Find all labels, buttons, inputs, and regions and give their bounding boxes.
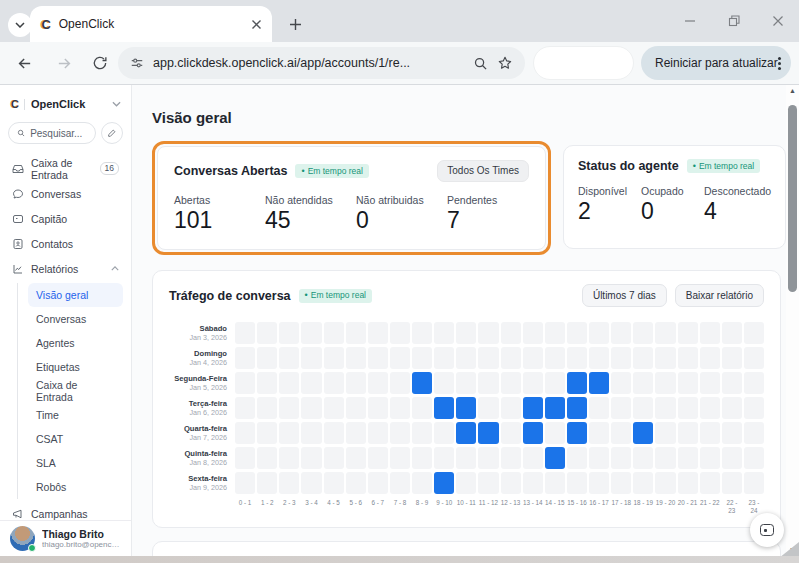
heatmap-cell[interactable]: [611, 347, 631, 369]
heatmap-cell[interactable]: [324, 472, 344, 494]
heatmap-cell[interactable]: [478, 372, 498, 394]
heatmap-cell[interactable]: [678, 397, 698, 419]
heatmap-cell[interactable]: [722, 322, 742, 344]
download-report-button[interactable]: Baixar relatório: [675, 284, 764, 307]
heatmap-cell[interactable]: [700, 447, 720, 469]
heatmap-cell[interactable]: [456, 322, 476, 344]
heatmap-cell[interactable]: [346, 372, 366, 394]
heatmap-cell[interactable]: [567, 347, 587, 369]
heatmap-cell[interactable]: [368, 372, 388, 394]
heatmap-cell[interactable]: [235, 347, 255, 369]
heatmap-cell[interactable]: [589, 397, 609, 419]
heatmap-cell-active[interactable]: [567, 372, 587, 394]
heatmap-cell-active[interactable]: [523, 397, 543, 419]
heatmap-cell[interactable]: [523, 322, 543, 344]
heatmap-cell[interactable]: [678, 472, 698, 494]
heatmap-cell[interactable]: [478, 347, 498, 369]
forward-button[interactable]: [50, 49, 78, 77]
heatmap-cell[interactable]: [722, 397, 742, 419]
heatmap-cell[interactable]: [545, 422, 565, 444]
heatmap-cell[interactable]: [501, 397, 521, 419]
heatmap-cell[interactable]: [722, 347, 742, 369]
heatmap-cell[interactable]: [390, 422, 410, 444]
zoom-magnifier-icon[interactable]: [473, 56, 488, 71]
site-settings-icon[interactable]: [130, 56, 144, 70]
heatmap-cell[interactable]: [545, 472, 565, 494]
heatmap-cell[interactable]: [589, 447, 609, 469]
heatmap-cell[interactable]: [478, 472, 498, 494]
heatmap-cell[interactable]: [655, 372, 675, 394]
heatmap-cell[interactable]: [390, 322, 410, 344]
heatmap-cell[interactable]: [722, 422, 742, 444]
heatmap-cell[interactable]: [346, 447, 366, 469]
browser-menu-button[interactable]: [778, 55, 781, 71]
heatmap-cell[interactable]: [235, 472, 255, 494]
heatmap-cell[interactable]: [523, 347, 543, 369]
reload-button[interactable]: [86, 49, 114, 77]
sidebar-item-conversas[interactable]: Conversas: [8, 181, 123, 206]
user-profile[interactable]: Thiago Brito thiago.brito@openclick...: [0, 520, 131, 556]
bookmark-star-icon[interactable]: [497, 55, 513, 71]
heatmap-cell-active[interactable]: [434, 397, 454, 419]
heatmap-cell[interactable]: [346, 472, 366, 494]
heatmap-cell-active[interactable]: [523, 422, 543, 444]
sidebar-item-capitao[interactable]: Capitão: [8, 206, 123, 231]
heatmap-cell[interactable]: [478, 447, 498, 469]
heatmap-cell[interactable]: [456, 372, 476, 394]
url-text[interactable]: app.clickdesk.openclick.ai/app/accounts/…: [153, 56, 464, 70]
heatmap-cell[interactable]: [390, 397, 410, 419]
heatmap-cell[interactable]: [456, 472, 476, 494]
heatmap-cell[interactable]: [655, 447, 675, 469]
heatmap-cell[interactable]: [235, 422, 255, 444]
heatmap-cell[interactable]: [655, 422, 675, 444]
sidebar-subitem-etiquetas[interactable]: Etiquetas: [28, 355, 123, 379]
tab-close-icon[interactable]: [251, 19, 262, 30]
heatmap-cell-active[interactable]: [456, 422, 476, 444]
heatmap-cell[interactable]: [611, 422, 631, 444]
heatmap-cell[interactable]: [589, 322, 609, 344]
floating-pip-button[interactable]: [750, 513, 784, 547]
heatmap-cell[interactable]: [390, 372, 410, 394]
heatmap-cell[interactable]: [434, 372, 454, 394]
heatmap-cell[interactable]: [744, 472, 764, 494]
heatmap-cell[interactable]: [722, 372, 742, 394]
heatmap-cell[interactable]: [390, 347, 410, 369]
heatmap-cell[interactable]: [678, 422, 698, 444]
heatmap-cell[interactable]: [368, 472, 388, 494]
heatmap-cell[interactable]: [589, 422, 609, 444]
sidebar-subitem-time[interactable]: Time: [28, 403, 123, 427]
heatmap-cell[interactable]: [633, 397, 653, 419]
heatmap-cell[interactable]: [633, 322, 653, 344]
heatmap-cell[interactable]: [324, 422, 344, 444]
sidebar-item-caixa-de-entrada[interactable]: Caixa de Entrada 16: [8, 156, 123, 181]
page-scrollbar[interactable]: ▲ ▼: [786, 85, 799, 556]
heatmap-cell[interactable]: [501, 372, 521, 394]
heatmap-cell[interactable]: [368, 447, 388, 469]
sidebar-search[interactable]: [8, 122, 96, 144]
back-button[interactable]: [10, 49, 38, 77]
window-close-button[interactable]: [771, 14, 785, 28]
heatmap-cell-active[interactable]: [589, 372, 609, 394]
heatmap-cell[interactable]: [301, 347, 321, 369]
heatmap-cell[interactable]: [412, 322, 432, 344]
heatmap-cell[interactable]: [722, 472, 742, 494]
heatmap-cell[interactable]: [456, 347, 476, 369]
heatmap-cell[interactable]: [434, 322, 454, 344]
heatmap-cell[interactable]: [434, 422, 454, 444]
heatmap-cell[interactable]: [301, 322, 321, 344]
heatmap-cell[interactable]: [678, 372, 698, 394]
heatmap-cell[interactable]: [655, 322, 675, 344]
heatmap-cell[interactable]: [301, 372, 321, 394]
heatmap-cell[interactable]: [390, 472, 410, 494]
heatmap-cell[interactable]: [523, 472, 543, 494]
heatmap-cell[interactable]: [346, 422, 366, 444]
heatmap-cell[interactable]: [324, 447, 344, 469]
heatmap-cell[interactable]: [655, 472, 675, 494]
compose-button[interactable]: [101, 122, 123, 144]
heatmap-cell[interactable]: [279, 447, 299, 469]
heatmap-cell[interactable]: [235, 397, 255, 419]
heatmap-cell[interactable]: [279, 322, 299, 344]
heatmap-cell-active[interactable]: [633, 422, 653, 444]
heatmap-cell[interactable]: [744, 372, 764, 394]
heatmap-cell-active[interactable]: [567, 422, 587, 444]
